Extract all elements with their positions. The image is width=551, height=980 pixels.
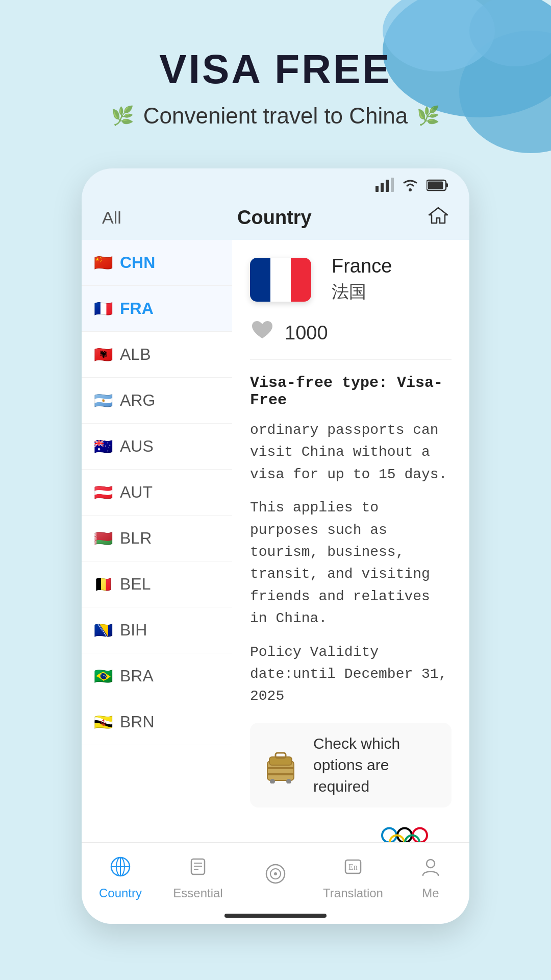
code-aus: AUS [120, 437, 154, 456]
flag-white-stripe [270, 258, 291, 302]
code-bel: BEL [120, 575, 151, 594]
app-header: VISA FREE 🌿 Convenient travel to China 🌿 [0, 0, 551, 129]
country-name-cn: 法国 [332, 280, 392, 304]
essential-tab-icon [187, 856, 209, 882]
country-header: France 法国 [250, 255, 452, 304]
sidebar-item-bih[interactable]: 🇧🇦 BIH [82, 607, 232, 653]
svg-rect-11 [446, 183, 448, 187]
subtitle-row: 🌿 Convenient travel to China 🌿 [0, 103, 551, 129]
likes-row: 1000 [250, 319, 452, 360]
svg-point-8 [409, 188, 412, 191]
svg-rect-6 [386, 180, 389, 192]
tab-country-label: Country [99, 886, 142, 900]
wifi-icon [401, 178, 419, 195]
code-chn: CHN [120, 253, 155, 272]
description-2: This applies to purposes such as tourism… [250, 497, 452, 629]
sidebar-item-brn[interactable]: 🇧🇳 BRN [82, 699, 232, 745]
heart-icon[interactable] [250, 319, 274, 347]
nav-all[interactable]: All [102, 208, 121, 228]
leaf-right-icon: 🌿 [417, 105, 440, 127]
svg-rect-16 [267, 773, 294, 775]
country-sidebar: 🇨🇳 CHN 🇫🇷 FRA 🇦🇱 ALB 🇦🇷 ARG 🇦🇺 AUS [82, 240, 232, 893]
translation-tab-icon: En [342, 856, 364, 882]
flag-aus: 🇦🇺 [94, 437, 113, 455]
subtitle-text: Convenient travel to China [143, 103, 408, 129]
tab-country[interactable]: Country [82, 856, 159, 900]
country-detail-panel: France 法国 1000 Visa-free type: Visa-Free… [232, 240, 469, 893]
flag-aut: 🇦🇹 [94, 483, 113, 501]
sidebar-item-bra[interactable]: 🇧🇷 BRA [82, 653, 232, 699]
battery-icon [427, 179, 449, 195]
description-1: ordinary passports can visit China witho… [250, 419, 452, 485]
sidebar-item-alb[interactable]: 🇦🇱 ALB [82, 332, 232, 378]
policy-validity: Policy Validity date:until December 31, … [250, 641, 452, 707]
flag-arg: 🇦🇷 [94, 391, 113, 409]
code-blr: BLR [120, 529, 152, 548]
flag-chn: 🇨🇳 [94, 254, 113, 272]
phone-mockup: All Country 🇨🇳 CHN 🇫🇷 FRA 🇦🇱 ALB 🇦🇷 [82, 168, 469, 924]
svg-rect-15 [267, 767, 294, 769]
code-bra: BRA [120, 667, 154, 685]
flag-red-stripe [291, 258, 311, 302]
svg-point-37 [427, 860, 435, 868]
france-flag [250, 258, 311, 302]
country-name-block: France 法国 [332, 255, 392, 304]
explore-tab-icon [265, 863, 286, 889]
tab-me-label: Me [422, 886, 439, 900]
tab-me[interactable]: Me [392, 856, 469, 900]
country-name-en: France [332, 255, 392, 277]
svg-point-34 [274, 872, 277, 875]
tab-essential[interactable]: Essential [159, 856, 237, 900]
sidebar-item-aus[interactable]: 🇦🇺 AUS [82, 424, 232, 470]
sidebar-item-aut[interactable]: 🇦🇹 AUT [82, 470, 232, 516]
tab-translation[interactable]: En Translation [314, 856, 392, 900]
flag-alb: 🇦🇱 [94, 346, 113, 363]
flag-brn: 🇧🇳 [94, 713, 113, 731]
me-tab-icon [420, 856, 441, 882]
status-bar [82, 168, 469, 201]
likes-count: 1000 [285, 322, 328, 344]
code-alb: ALB [120, 345, 151, 364]
code-brn: BRN [120, 713, 155, 731]
visa-type-text: Visa-free type: Visa-Free [250, 374, 452, 409]
main-title: VISA FREE [0, 46, 551, 93]
tab-explore[interactable] [237, 863, 314, 893]
sidebar-item-fra[interactable]: 🇫🇷 FRA [82, 286, 232, 332]
flag-bra: 🇧🇷 [94, 667, 113, 685]
check-options-text: Check which options are required [313, 733, 441, 797]
signal-icon [375, 178, 394, 195]
svg-rect-14 [276, 753, 286, 758]
svg-rect-10 [428, 181, 443, 189]
svg-text:En: En [348, 863, 358, 871]
svg-rect-5 [381, 183, 384, 192]
flag-blr: 🇧🇾 [94, 529, 113, 547]
sidebar-item-blr[interactable]: 🇧🇾 BLR [82, 516, 232, 561]
sidebar-item-arg[interactable]: 🇦🇷 ARG [82, 378, 232, 424]
svg-rect-4 [375, 186, 379, 192]
country-tab-icon [110, 856, 131, 882]
app-navbar: All Country [82, 201, 469, 240]
home-indicator [224, 914, 327, 918]
luggage-icon [260, 745, 301, 786]
app-content: 🇨🇳 CHN 🇫🇷 FRA 🇦🇱 ALB 🇦🇷 ARG 🇦🇺 AUS [82, 240, 469, 893]
check-options-banner[interactable]: Check which options are required [250, 723, 452, 807]
sidebar-item-chn[interactable]: 🇨🇳 CHN [82, 240, 232, 286]
tab-essential-label: Essential [173, 886, 222, 900]
flag-fra: 🇫🇷 [94, 300, 113, 317]
leaf-left-icon: 🌿 [111, 105, 134, 127]
home-nav-icon[interactable] [428, 206, 449, 230]
nav-country-title: Country [237, 207, 312, 229]
tab-translation-label: Translation [323, 886, 383, 900]
flag-bel: 🇧🇪 [94, 575, 113, 593]
code-bih: BIH [120, 621, 147, 640]
svg-rect-7 [391, 178, 394, 192]
flag-blue-stripe [250, 258, 270, 302]
flag-bih: 🇧🇦 [94, 621, 113, 639]
sidebar-item-bel[interactable]: 🇧🇪 BEL [82, 561, 232, 607]
code-fra: FRA [120, 299, 154, 318]
bottom-tabbar: Country Essential En Translation Me [82, 842, 469, 924]
code-aut: AUT [120, 483, 153, 502]
code-arg: ARG [120, 391, 155, 410]
